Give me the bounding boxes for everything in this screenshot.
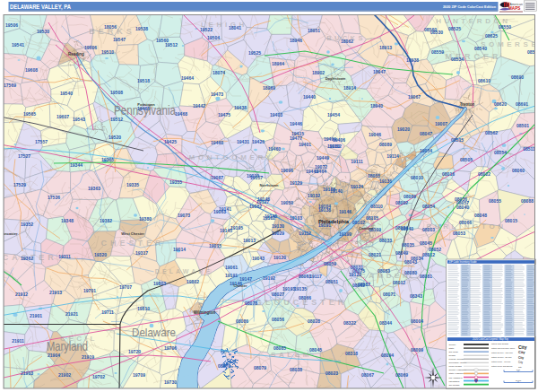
svg-text:08060: 08060 — [512, 168, 525, 173]
svg-text:08012: 08012 — [422, 252, 435, 257]
svg-text:08034: 08034 — [411, 256, 423, 261]
svg-text:08085: 08085 — [273, 345, 286, 351]
svg-text:08070: 08070 — [218, 363, 230, 369]
svg-text:08003: 08003 — [422, 227, 435, 232]
svg-text:19157: 19157 — [250, 175, 263, 180]
svg-text:19607: 19607 — [56, 114, 69, 119]
svg-text:19504: 19504 — [207, 35, 220, 40]
svg-text:Maryland: Maryland — [47, 338, 88, 353]
svg-text:19127: 19127 — [256, 199, 269, 205]
svg-text:19029: 19029 — [272, 231, 284, 236]
svg-text:18041: 18041 — [229, 25, 241, 30]
svg-text:County Highways: County Highways — [449, 369, 467, 371]
svg-text:08052: 08052 — [429, 247, 441, 252]
svg-text:19565: 19565 — [23, 111, 36, 117]
svg-text:19363: 19363 — [88, 186, 100, 191]
svg-text:19426: 19426 — [252, 139, 265, 144]
svg-text:ZIP Code: ZIP Code — [449, 351, 459, 353]
svg-text:18938: 18938 — [406, 57, 419, 63]
svg-text:08562: 08562 — [485, 130, 498, 135]
svg-text:18946: 18946 — [290, 38, 302, 43]
svg-text:19103: 19103 — [290, 215, 302, 221]
svg-text:19320: 19320 — [94, 252, 107, 257]
svg-text:08505: 08505 — [460, 157, 473, 162]
svg-text:19510: 19510 — [101, 49, 114, 55]
svg-text:19382: 19382 — [100, 218, 112, 223]
svg-text:19195: 19195 — [230, 225, 243, 231]
svg-text:08036: 08036 — [455, 196, 467, 202]
svg-text:19460: 19460 — [268, 146, 281, 152]
svg-text:08105: 08105 — [366, 215, 378, 221]
svg-text:Cities and Towns: Cities and Towns — [491, 343, 509, 345]
svg-text:08071: 08071 — [383, 292, 395, 297]
svg-text:08047: 08047 — [420, 131, 432, 136]
svg-text:19352: 19352 — [21, 222, 33, 227]
svg-text:19112: 19112 — [299, 231, 311, 236]
svg-text:Minor Roads: Minor Roads — [449, 365, 463, 368]
svg-text:19707: 19707 — [119, 284, 132, 290]
svg-text:19348: 19348 — [61, 218, 74, 223]
svg-text:19130: 19130 — [272, 223, 284, 229]
svg-text:10 km: 10 km — [516, 379, 521, 381]
svg-text:18947: 18947 — [373, 69, 386, 74]
svg-text:08088: 08088 — [521, 198, 534, 204]
svg-text:19543: 19543 — [73, 117, 85, 122]
svg-text:Wilmington: Wilmington — [194, 310, 216, 315]
svg-text:19335: 19335 — [126, 182, 139, 187]
svg-text:2020 ZIP Code ColorCast Editio: 2020 ZIP Code ColorCast Edition — [443, 5, 497, 9]
svg-text:19499: 19499 — [324, 136, 336, 142]
svg-text:08087: 08087 — [358, 282, 370, 287]
svg-text:19508: 19508 — [110, 90, 123, 95]
svg-text:19464: 19464 — [181, 75, 194, 81]
svg-text:19477: 19477 — [290, 135, 302, 141]
svg-text:19454: 19454 — [327, 112, 340, 118]
svg-text:18969: 18969 — [263, 85, 275, 91]
svg-text:19067: 19067 — [408, 94, 421, 100]
svg-text:19145: 19145 — [265, 213, 277, 219]
svg-text:21904: 21904 — [48, 353, 60, 358]
svg-text:19046: 19046 — [369, 132, 381, 137]
svg-text:19720: 19720 — [128, 349, 141, 354]
svg-text:19702: 19702 — [92, 374, 105, 379]
svg-text:Camden: Camden — [359, 226, 373, 231]
svg-text:2020 ColorCast Legend / Map Ke: 2020 ColorCast Legend / Map Key — [473, 337, 508, 341]
svg-text:19530: 19530 — [37, 29, 49, 34]
svg-text:19810: 19810 — [137, 306, 150, 311]
svg-text:19096: 19096 — [281, 168, 293, 173]
svg-text:08560: 08560 — [424, 27, 437, 32]
svg-text:19730: 19730 — [164, 379, 177, 385]
svg-text:08040: 08040 — [456, 205, 469, 210]
svg-text:State Highways: State Highways — [449, 372, 465, 375]
svg-text:08691: 08691 — [516, 101, 528, 107]
svg-text:State: State — [449, 347, 455, 350]
svg-text:08033: 08033 — [379, 238, 392, 243]
svg-text:19518: 19518 — [137, 78, 150, 83]
svg-text:19015: 19015 — [209, 243, 221, 248]
svg-text:19135: 19135 — [294, 286, 307, 292]
svg-text:19538: 19538 — [135, 26, 148, 31]
svg-text:08055: 08055 — [368, 173, 380, 179]
svg-text:17557: 17557 — [35, 139, 48, 144]
svg-text:08625: 08625 — [485, 33, 498, 39]
svg-text:19506: 19506 — [5, 22, 18, 28]
svg-text:08022: 08022 — [478, 171, 490, 177]
svg-text:08343: 08343 — [410, 293, 422, 299]
svg-text:Trenton: Trenton — [460, 102, 475, 107]
svg-text:19473: 19473 — [211, 91, 223, 97]
svg-text:21913: 21913 — [49, 290, 62, 295]
svg-text:19199: 19199 — [339, 231, 351, 237]
svg-text:08086: 08086 — [236, 318, 248, 324]
svg-text:08035: 08035 — [402, 242, 414, 248]
svg-text:08081: 08081 — [420, 274, 432, 279]
svg-text:Reading: Reading — [68, 52, 84, 57]
svg-text:08038: 08038 — [290, 367, 302, 372]
svg-text:19122: 19122 — [349, 272, 361, 277]
svg-text:19141: 19141 — [219, 206, 231, 212]
svg-text:08078: 08078 — [245, 301, 257, 306]
svg-text:City: City — [518, 344, 527, 350]
svg-text:City: City — [518, 361, 523, 364]
svg-text:19073: 19073 — [178, 213, 190, 218]
svg-text:19120: 19120 — [273, 255, 286, 260]
svg-text:19061: 19061 — [225, 265, 238, 270]
svg-text:08054: 08054 — [422, 204, 435, 209]
